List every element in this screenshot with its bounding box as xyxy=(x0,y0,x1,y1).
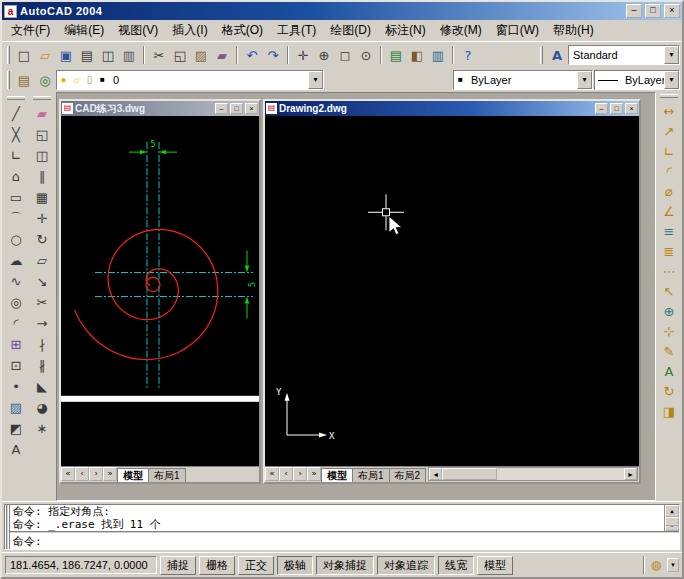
zoom-previous-button[interactable]: ⊙ xyxy=(356,45,376,65)
close-button[interactable]: × xyxy=(664,4,680,18)
multiline-text-button[interactable]: A xyxy=(6,439,27,460)
dimension-text-edit-button[interactable]: A xyxy=(659,361,679,381)
zoom-window-button[interactable]: ◻ xyxy=(335,45,355,65)
point-button[interactable]: • xyxy=(6,376,27,397)
tab-scroll-next-button[interactable]: › xyxy=(89,467,103,481)
child-close-button[interactable]: × xyxy=(245,103,258,114)
dwg2-layout2-tab[interactable]: 布局2 xyxy=(389,468,427,482)
command-scrollbar[interactable]: ▲ ▼ xyxy=(664,505,679,531)
break-at-point-button[interactable]: ∤ xyxy=(32,334,53,355)
plot-preview-button[interactable]: ◫ xyxy=(98,45,118,65)
offset-button[interactable]: ∥ xyxy=(32,166,53,187)
line-button[interactable]: ╱ xyxy=(6,103,27,124)
layer-combo[interactable]: ● ☼ ▯ ■ 0 ▾ xyxy=(56,70,324,90)
revision-cloud-button[interactable]: ☁ xyxy=(6,250,27,271)
grid-toggle[interactable]: 栅格 xyxy=(199,556,235,575)
cad-exercise-window[interactable]: ▤ CAD练习3.dwg – □ × xyxy=(59,99,261,484)
dimension-update-button[interactable]: ↻ xyxy=(659,381,679,401)
polygon-button[interactable]: ⌂ xyxy=(6,166,27,187)
communication-center-icon[interactable]: ◍ xyxy=(648,558,664,572)
tool-palettes-button[interactable]: ▥ xyxy=(428,45,448,65)
designcenter-button[interactable]: ◧ xyxy=(407,45,427,65)
command-prompt[interactable]: 命令: xyxy=(10,534,679,549)
save-button[interactable]: ▣ xyxy=(56,45,76,65)
snap-toggle[interactable]: 捕捉 xyxy=(160,556,196,575)
toolbar-grip[interactable] xyxy=(660,94,678,98)
insert-block-button[interactable]: ⊞ xyxy=(6,334,27,355)
paste-clip-button[interactable]: ▨ xyxy=(191,45,211,65)
mirror-button[interactable]: ◫ xyxy=(32,145,53,166)
tab-scroll-prev-button[interactable]: ‹ xyxy=(279,467,293,481)
cad3-layout1-tab[interactable]: 布局1 xyxy=(148,468,186,482)
lwt-toggle[interactable]: 线宽 xyxy=(438,556,474,575)
cut-button[interactable]: ✂ xyxy=(149,45,169,65)
menu-window[interactable]: 窗口(W) xyxy=(489,20,546,41)
dimension-edit-button[interactable]: ✎ xyxy=(659,341,679,361)
make-block-button[interactable]: ⊡ xyxy=(6,355,27,376)
layer-on-icon[interactable]: ● xyxy=(57,71,70,89)
trim-button[interactable]: ✂ xyxy=(32,292,53,313)
menu-edit[interactable]: 编辑(E) xyxy=(57,20,111,41)
array-button[interactable]: ▦ xyxy=(32,187,53,208)
tab-scroll-first-button[interactable]: « xyxy=(265,467,279,481)
center-mark-button[interactable]: ⊹ xyxy=(659,321,679,341)
menu-file[interactable]: 文件(F) xyxy=(4,20,57,41)
toolbar-grip[interactable] xyxy=(7,46,10,64)
drawing2-window[interactable]: ▤ Drawing2.dwg – □ × xyxy=(263,99,641,484)
coordinate-readout[interactable]: 181.4654, 186.7247, 0.0000 xyxy=(5,556,157,574)
scale-button[interactable]: ▱ xyxy=(32,250,53,271)
titlebar[interactable]: a AutoCAD 2004 – □ × xyxy=(2,2,682,20)
restore-button[interactable]: □ xyxy=(645,4,661,18)
copy-clip-button[interactable]: ◱ xyxy=(170,45,190,65)
command-history[interactable]: 命令: 指定对角点:命令: _.erase 找到 11 个 ▲ ▼ xyxy=(10,505,679,531)
cad-exercise-canvas[interactable]: 5 5 xyxy=(61,116,259,466)
chevron-down-icon[interactable]: ▾ xyxy=(664,46,679,64)
stretch-button[interactable]: ↘ xyxy=(32,271,53,292)
chamfer-button[interactable]: ◣ xyxy=(32,376,53,397)
menu-help[interactable]: 帮助(H) xyxy=(546,20,601,41)
scrollbar-track[interactable] xyxy=(497,468,624,480)
break-button[interactable]: ∦ xyxy=(32,355,53,376)
menu-draw[interactable]: 绘图(D) xyxy=(323,20,378,41)
child-restore-button[interactable]: □ xyxy=(230,103,243,114)
qnew-button[interactable]: □ xyxy=(14,45,34,65)
otrack-toggle[interactable]: 对象追踪 xyxy=(377,556,435,575)
layer-freeze-icon[interactable]: ☼ xyxy=(70,71,83,89)
toolbar-grip[interactable] xyxy=(7,96,25,100)
dimension-style-button[interactable]: ◨ xyxy=(659,401,679,421)
zoom-realtime-button[interactable]: ⊕ xyxy=(314,45,334,65)
tab-scroll-prev-button[interactable]: ‹ xyxy=(75,467,89,481)
continue-dimension-button[interactable]: ⋯ xyxy=(659,261,679,281)
text-style-combo[interactable]: Standard ▾ xyxy=(568,45,680,65)
match-properties-button[interactable]: ▰ xyxy=(212,45,232,65)
ortho-toggle[interactable]: 正交 xyxy=(238,556,274,575)
scroll-left-icon[interactable]: ◄ xyxy=(429,468,442,480)
polar-toggle[interactable]: 极轴 xyxy=(277,556,313,575)
move-button[interactable]: ✛ xyxy=(32,208,53,229)
minimize-button[interactable]: – xyxy=(626,4,642,18)
child-close-button[interactable]: × xyxy=(625,103,638,114)
tab-scroll-next-button[interactable]: › xyxy=(293,467,307,481)
redo-button[interactable]: ↷ xyxy=(263,45,283,65)
layer-color-swatch[interactable]: ■ xyxy=(96,71,109,89)
rotate-button[interactable]: ↻ xyxy=(32,229,53,250)
cad3-model-tab[interactable]: 模型 xyxy=(117,468,149,482)
dwg2-layout1-tab[interactable]: 布局1 xyxy=(352,468,390,482)
angular-dimension-button[interactable]: ∠ xyxy=(659,201,679,221)
ellipse-button[interactable]: ◎ xyxy=(6,292,27,313)
status-tray-arrow-icon[interactable]: ▾ xyxy=(667,558,679,572)
scrollbar-thumb[interactable] xyxy=(442,468,497,480)
linear-dimension-button[interactable]: ↔ xyxy=(659,101,679,121)
linetype-combo[interactable]: ByLayer ▾ xyxy=(594,70,680,90)
menu-modify[interactable]: 修改(M) xyxy=(433,20,489,41)
ellipse-arc-button[interactable]: ◜ xyxy=(6,313,27,334)
model-toggle[interactable]: 模型 xyxy=(477,556,513,575)
diameter-dimension-button[interactable]: ⌀ xyxy=(659,181,679,201)
menu-format[interactable]: 格式(O) xyxy=(215,20,270,41)
construction-line-button[interactable]: ╳ xyxy=(6,124,27,145)
aligned-dimension-button[interactable]: ↗ xyxy=(659,121,679,141)
child-restore-button[interactable]: □ xyxy=(610,103,623,114)
hatch-button[interactable]: ▨ xyxy=(6,397,27,418)
menu-insert[interactable]: 插入(I) xyxy=(165,20,214,41)
region-button[interactable]: ◩ xyxy=(6,418,27,439)
